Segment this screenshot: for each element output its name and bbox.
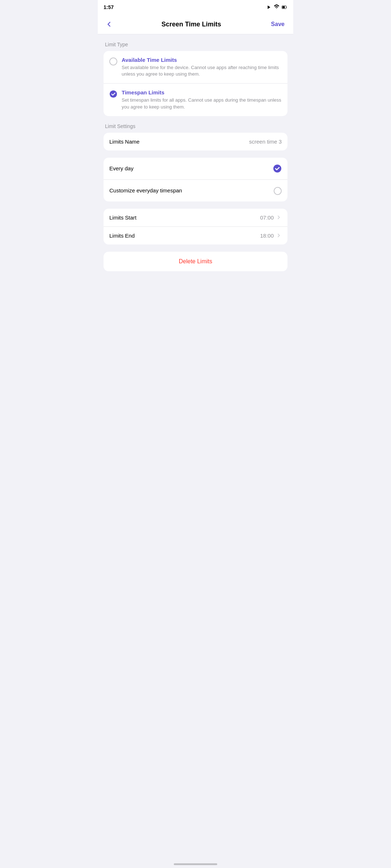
limits-start-row[interactable]: Limits Start 07:00 xyxy=(104,209,287,226)
limits-name-label: Limits Name xyxy=(109,139,139,145)
status-icons xyxy=(266,4,287,10)
available-time-option[interactable]: Available Time Limits Set available time… xyxy=(104,51,287,83)
page-title: Screen Time Limits xyxy=(161,21,221,28)
status-bar: 1:57 xyxy=(98,0,293,14)
delete-limits-button[interactable]: Delete Limits xyxy=(104,252,287,271)
limits-start-label: Limits Start xyxy=(109,214,136,221)
limits-start-value: 07:00 xyxy=(260,214,274,221)
save-button[interactable]: Save xyxy=(268,20,287,29)
available-time-title: Available Time Limits xyxy=(122,57,282,63)
available-time-radio[interactable] xyxy=(109,58,117,65)
svg-point-3 xyxy=(273,165,281,173)
limit-type-section-label: Limit Type xyxy=(104,42,287,47)
customize-timespan-radio[interactable] xyxy=(274,187,282,195)
available-time-desc: Set available time for the device. Canno… xyxy=(122,64,282,77)
every-day-option[interactable]: Every day xyxy=(104,158,287,179)
timespan-desc: Set timespan limits for all apps. Cannot… xyxy=(122,97,282,110)
limits-start-value-wrapper: 07:00 xyxy=(260,214,282,221)
schedule-card: Every day Customize everyday timespan xyxy=(104,158,287,201)
customize-timespan-label: Customize everyday timespan xyxy=(109,187,182,193)
limit-settings-section-label: Limit Settings xyxy=(104,123,287,129)
limits-end-chevron-icon xyxy=(276,233,282,238)
every-day-label: Every day xyxy=(109,165,134,171)
customize-timespan-option[interactable]: Customize everyday timespan xyxy=(104,179,287,201)
timespan-title: Timespan Limits xyxy=(122,89,282,95)
limit-type-card: Available Time Limits Set available time… xyxy=(104,51,287,116)
limits-name-value: screen time 3 xyxy=(249,139,282,145)
main-content: Limit Type Available Time Limits Set ava… xyxy=(98,34,293,286)
limits-end-label: Limits End xyxy=(109,233,135,239)
limits-end-value: 18:00 xyxy=(260,233,274,239)
limits-name-card: Limits Name screen time 3 xyxy=(104,133,287,150)
timespan-option[interactable]: Timespan Limits Set timespan limits for … xyxy=(104,83,287,116)
every-day-check xyxy=(273,164,282,173)
limits-end-row[interactable]: Limits End 18:00 xyxy=(104,226,287,244)
limits-start-chevron-icon xyxy=(276,214,282,220)
limits-name-row[interactable]: Limits Name screen time 3 xyxy=(104,133,287,150)
play-icon xyxy=(266,4,272,10)
delete-limits-card: Delete Limits xyxy=(104,252,287,271)
back-button[interactable] xyxy=(104,19,114,30)
top-bar: Screen Time Limits Save xyxy=(98,14,293,34)
available-time-text: Available Time Limits Set available time… xyxy=(122,57,282,77)
limits-end-value-wrapper: 18:00 xyxy=(260,233,282,239)
svg-rect-1 xyxy=(282,6,285,8)
battery-icon xyxy=(282,4,287,10)
timespan-text: Timespan Limits Set timespan limits for … xyxy=(122,89,282,110)
time-card: Limits Start 07:00 Limits End 18:00 xyxy=(104,209,287,244)
svg-point-2 xyxy=(110,90,117,98)
status-time: 1:57 xyxy=(104,4,114,10)
wifi-icon xyxy=(274,4,279,10)
timespan-radio-checked xyxy=(109,90,117,98)
